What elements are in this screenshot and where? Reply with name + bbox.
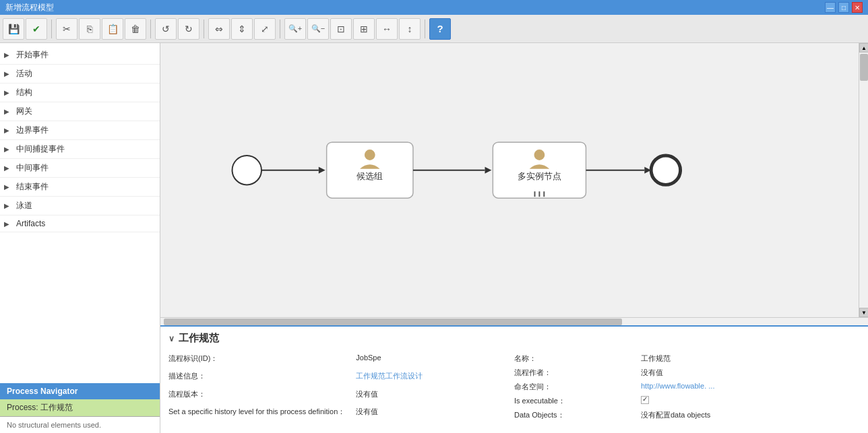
undo-button[interactable]: ↺: [155, 18, 177, 40]
process-label: Process:: [7, 403, 38, 412]
zoom-actual-button[interactable]: ⊞: [353, 18, 375, 40]
svg-point-15: [651, 156, 680, 185]
svg-point-8: [534, 149, 545, 160]
sidebar-item-label: Artifacts: [16, 219, 45, 228]
arrow-icon: ▶: [4, 202, 9, 209]
prop-value: 没有值: [636, 366, 860, 380]
prop-label: 命名空间：: [514, 380, 636, 394]
zoom-in-button[interactable]: 🔍+: [284, 18, 306, 40]
prop-value-url: http://www.flowable. ...: [636, 380, 860, 394]
arrow-icon: ▶: [4, 70, 9, 77]
props-grid: 流程标识(ID)： JobSpe 描述信息： 工作规范工作流设计 流程版本： 没…: [168, 352, 860, 422]
arrow-icon: ▶: [4, 51, 9, 59]
cut-button[interactable]: ✂: [56, 18, 78, 40]
maximize-button[interactable]: □: [838, 2, 849, 13]
sidebar-item-intermediate-event[interactable]: ▶ 中间事件: [0, 159, 160, 178]
props-row: Set a specific history level for this pr…: [168, 405, 514, 422]
prop-value: 没有值: [350, 405, 514, 422]
sidebar-item-label: 中间事件: [16, 162, 49, 174]
sidebar-item-intermediate-catch[interactable]: ▶ 中间捕捉事件: [0, 140, 160, 159]
sidebar-item-label: 泳道: [16, 200, 32, 211]
connect-button[interactable]: ⤢: [254, 18, 276, 40]
nav-list: ▶ 开始事件 ▶ 活动 ▶ 结构 ▶ 网关 ▶ 边界事件 ▶ 中间捕捉事件: [0, 43, 160, 383]
process-value: 工作规范: [40, 403, 73, 412]
process-info: Process: 工作规范: [0, 399, 160, 417]
svg-text:候选组: 候选组: [356, 172, 383, 182]
sidebar-item-swimlane[interactable]: ▶ 泳道: [0, 197, 160, 215]
prop-checkbox: [636, 394, 860, 408]
bottom-panel-title: ∨ 工作规范: [168, 332, 860, 345]
no-structural-text: No structural elements used.: [0, 417, 160, 433]
props-row: 流程标识(ID)： JobSpe: [168, 352, 514, 369]
props-row: 流程版本： 没有值: [168, 387, 514, 405]
props-row: 名称： 工作规范: [514, 352, 860, 366]
prop-value: 没有配置data objects: [636, 408, 860, 422]
prop-label: 流程作者：: [514, 366, 636, 380]
toolbar-sep-4: [280, 20, 280, 38]
prop-label: Set a specific history level for this pr…: [168, 405, 350, 422]
sidebar-item-activity[interactable]: ▶ 活动: [0, 65, 160, 84]
redo-button[interactable]: ↻: [178, 18, 199, 40]
arrow-icon: ▶: [4, 220, 9, 228]
help-button[interactable]: ?: [429, 18, 451, 40]
arrow-icon: ▶: [4, 108, 9, 115]
scroll-thumb-x[interactable]: [164, 319, 622, 325]
canvas-container[interactable]: 候选组 多实例节点: [160, 43, 859, 317]
zoom-fit-button[interactable]: ⊡: [330, 18, 352, 40]
right-scrollbar[interactable]: ▲ ▼: [859, 43, 868, 317]
process-navigator: Process Navigator: [0, 383, 160, 399]
minimize-button[interactable]: —: [825, 2, 836, 13]
arrow-icon: ▶: [4, 89, 9, 96]
zoom-height-button[interactable]: ↕: [399, 18, 421, 40]
title-bar: 新增流程模型 — □ ✕: [0, 0, 868, 15]
save-button[interactable]: 💾: [3, 18, 24, 40]
bottom-panel-title-text: 工作规范: [179, 332, 219, 345]
prop-label: Data Objects：: [514, 408, 636, 422]
sidebar-item-boundary-event[interactable]: ▶ 边界事件: [0, 121, 160, 140]
toolbar-sep-3: [204, 20, 204, 38]
arrow-icon: ▶: [4, 164, 9, 172]
props-row: 描述信息： 工作规范工作流设计: [168, 369, 514, 387]
align-h-button[interactable]: ⇔: [208, 18, 230, 40]
paste-button[interactable]: 📋: [102, 18, 123, 40]
scroll-track: [859, 53, 868, 308]
chevron-icon[interactable]: ∨: [168, 334, 175, 343]
scroll-thumb[interactable]: [860, 54, 868, 81]
left-panel: ▶ 开始事件 ▶ 活动 ▶ 结构 ▶ 网关 ▶ 边界事件 ▶ 中间捕捉事件: [0, 43, 160, 433]
sidebar-item-label: 边界事件: [16, 125, 49, 136]
props-row: Data Objects： 没有配置data objects: [514, 408, 860, 422]
align-v-button[interactable]: ⇕: [231, 18, 253, 40]
confirm-button[interactable]: ✔: [26, 18, 47, 40]
delete-button[interactable]: 🗑: [125, 18, 146, 40]
horizontal-scrollbar[interactable]: [160, 317, 868, 325]
sidebar-item-label: 结束事件: [16, 181, 49, 193]
prop-value: 工作规范: [636, 352, 860, 366]
props-row: 命名空间： http://www.flowable. ...: [514, 380, 860, 394]
scroll-down-button[interactable]: ▼: [859, 308, 868, 317]
props-right-col: 名称： 工作规范 流程作者： 没有值 命名空间： http://www.flow…: [514, 352, 860, 422]
toolbar: 💾 ✔ ✂ ⎘ 📋 🗑 ↺ ↻ ⇔ ⇕ ⤢ 🔍+ 🔍− ⊡ ⊞ ↔ ↕ ?: [0, 15, 868, 43]
arrow-icon: ▶: [4, 145, 9, 153]
sidebar-item-end-event[interactable]: ▶ 结束事件: [0, 178, 160, 197]
sidebar-item-label: 结构: [16, 87, 32, 98]
title-bar-controls: — □ ✕: [825, 2, 863, 13]
svg-marker-6: [485, 167, 491, 174]
sidebar-item-label: 活动: [16, 68, 32, 79]
copy-button[interactable]: ⎘: [79, 18, 100, 40]
prop-value: JobSpe: [350, 352, 514, 369]
sidebar-item-label: 网关: [16, 106, 32, 117]
prop-label: 名称：: [514, 352, 636, 366]
zoom-out-button[interactable]: 🔍−: [307, 18, 329, 40]
executable-checkbox[interactable]: [641, 396, 649, 404]
zoom-width-button[interactable]: ↔: [376, 18, 398, 40]
prop-value-link[interactable]: 工作规范工作流设计: [350, 369, 514, 387]
prop-label: 流程版本：: [168, 387, 350, 405]
sidebar-item-structure[interactable]: ▶ 结构: [0, 84, 160, 102]
scroll-up-button[interactable]: ▲: [859, 43, 868, 53]
toolbar-sep-2: [150, 20, 151, 38]
sidebar-item-gateway[interactable]: ▶ 网关: [0, 102, 160, 121]
svg-text:多实例节点: 多实例节点: [518, 172, 561, 182]
sidebar-item-start-event[interactable]: ▶ 开始事件: [0, 46, 160, 65]
close-button[interactable]: ✕: [852, 2, 863, 13]
sidebar-item-artifacts[interactable]: ▶ Artifacts: [0, 215, 160, 232]
